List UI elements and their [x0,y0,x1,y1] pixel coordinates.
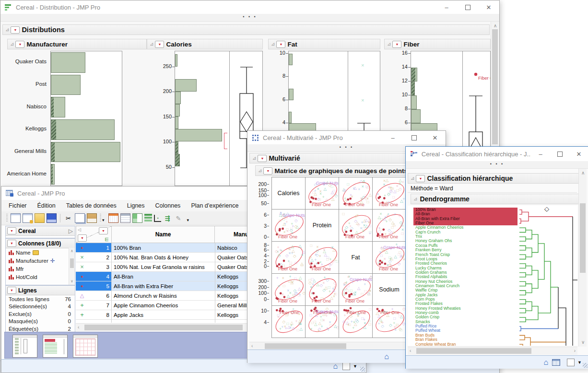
scrollbar-thumb[interactable] [265,343,346,349]
histogram-bar[interactable] [51,75,81,95]
distribution-thumbnail[interactable] [12,335,37,358]
disclosure-icon[interactable]: ⊿ [413,197,417,201]
rows-menu-icon[interactable]: ▼ [78,234,87,242]
paste-icon[interactable] [87,213,97,223]
row-number[interactable]: 7 [106,303,109,308]
close-button[interactable]: ✕ [478,0,499,14]
scatter-cell[interactable]: ×+△◇□×+△◇□×+△◇□×+△◇□×+△◇□×Fiber One [339,177,373,210]
scatter-cell[interactable]: ×+△◇□×+△◇□×+△◇□×+△◇□×+△◇□×Fiber OneGrape… [271,209,306,242]
dendrogram[interactable]: ◇ 100% BranAll-BranAll-Bran with Extra F… [408,206,577,346]
red-triangle-menu-icon[interactable]: ▼ [416,175,425,182]
column-list-item[interactable]: Manufacturer✛ [6,256,75,265]
histogram-bar[interactable] [289,89,294,100]
histogram-bar[interactable] [175,117,178,129]
calories-header[interactable]: ⊿ ▼ Calories [147,39,263,49]
cut-icon[interactable]: ✂ [64,214,73,222]
cell-name[interactable]: Apple Cinnamon Cheerios [112,301,215,310]
menu-item[interactable]: Lignes [127,202,145,209]
row-number[interactable]: 6 [106,293,109,299]
cell-name[interactable]: All-Bran [112,272,215,281]
cluster-outline-header[interactable]: ⊿ ▼ Classification hiérarchique [408,173,579,184]
fit-y-by-x-icon[interactable]: • [154,215,161,222]
red-triangle-menu-icon[interactable]: ▼ [276,41,285,48]
matrix-diagonal-label[interactable]: Protein [305,209,339,242]
disclosure-icon[interactable]: ⊿ [271,42,275,47]
row-number[interactable]: 4 [106,274,109,280]
cluster-hscrollbar[interactable]: ‹ › [408,347,577,355]
scatter-cell[interactable]: ×+△◇□×+△◇□×+△◇□×+△◇□×+△◇□×Fiber OneGrape… [305,177,339,210]
scatter-cell[interactable]: ×+△◇□×+△◇□×+△◇□×+△◇□×+△◇□×Fiber One [271,241,306,274]
manufacturer-header[interactable]: ⊿ ▼ Manufacturer [7,39,147,49]
row-number[interactable]: 1 [106,245,109,251]
scatter-cell[interactable]: ×+△◇□×+△◇□×+△◇□×+△◇□×+△◇□×Fiber One [372,305,406,338]
scatter-cell[interactable]: ×+△◇□×+△◇□×+△◇□×+△◇□×+△◇□×Fiber One [305,273,339,306]
close-button[interactable]: ✕ [424,131,446,144]
scatter-cell[interactable]: ×+△◇□×+△◇□×+△◇□×+△◇□×+△◇□×Fiber OneGrape… [372,241,406,274]
histogram-bar[interactable] [175,54,177,67]
rows-stat[interactable]: Exclue(s)0 [6,310,75,318]
sort-icon[interactable]: ⋿ [105,237,109,242]
distribution-titlebar[interactable]: Cereal - Distribution - JMP Pro – ✕ [0,0,499,14]
column-header-name[interactable]: Name [111,226,215,243]
menu-item[interactable]: Colonnes [155,202,181,209]
scrollbar-thumb[interactable] [492,29,498,144]
multivariate-titlebar[interactable]: Cereal - Multivarié - JMP Pro – ✕ [247,131,446,144]
red-triangle-menu-icon[interactable]: ▼ [7,240,16,247]
histogram-bar[interactable] [51,52,85,73]
red-triangle-menu-icon[interactable]: ▼ [155,41,164,48]
close-button[interactable]: ✕ [569,147,588,161]
distributions-outline-header[interactable]: ⊿ ▼ Distributions [2,24,490,35]
histogram-bar[interactable] [51,142,120,163]
scatter-cell[interactable]: ×+△◇□×+△◇□×+△◇□×+△◇□×+△◇□×Fiber OneGrape… [305,305,339,338]
menu-item[interactable]: Fichier [9,202,27,209]
histogram-bar[interactable] [51,119,115,140]
histogram-bar[interactable] [289,54,293,65]
scrollbar-thumb[interactable] [84,325,243,330]
red-triangle-menu-icon[interactable]: ▼ [15,41,24,48]
home-icon[interactable]: ⌂ [384,353,389,360]
histogram-bar[interactable] [411,109,421,123]
scatter-cell[interactable]: ×+△◇□×+△◇□×+△◇□×+△◇□×+△◇□×Fiber One [372,177,406,210]
maximize-button[interactable] [550,147,569,161]
cluster-titlebar[interactable]: Cereal - Classification hiérarchique - J… [406,147,588,161]
column-list-item[interactable]: Name [6,248,75,256]
disclosure-icon[interactable]: ⊿ [411,176,414,181]
disclosure-icon[interactable]: ⊿ [10,42,14,47]
red-triangle-menu-icon[interactable]: ▼ [263,167,272,175]
red-triangle-menu-icon[interactable]: ▼ [7,287,16,294]
matrix-diagonal-label[interactable]: Calories [271,177,306,210]
cell-name[interactable]: Almond Crunch w Raisins [112,291,215,301]
menu-item[interactable]: Tables de données [66,202,117,209]
column-list-item[interactable]: Mfr [6,265,75,273]
table-panel[interactable]: ▼Cereal▷ [5,226,75,238]
cell-name[interactable]: Apple Jacks [112,310,215,320]
summary-icon[interactable] [120,213,130,223]
row-number[interactable]: 9 [106,322,109,323]
disclosure-icon[interactable]: ⊿ [5,27,9,32]
cell-name[interactable]: 100% Nat. Low Fat Granola w raisins [112,262,215,272]
panel-expand-icon[interactable]: ▷ [69,228,73,234]
minimize-button[interactable]: – [436,0,457,14]
histogram-bar[interactable] [411,95,417,109]
import-data-icon[interactable] [23,213,33,223]
red-triangle-menu-icon[interactable]: ▼ [11,26,20,34]
home-icon[interactable]: ⌂ [333,363,338,370]
ribbon-collapse-strip[interactable]: • • • [0,14,499,22]
maximize-button[interactable] [457,0,478,14]
outlier-point[interactable] [474,73,477,76]
data-table-icon[interactable] [108,213,118,223]
ribbon-collapse-strip[interactable]: • • • [406,161,588,169]
manufacturer-histogram[interactable] [50,51,122,186]
disclosure-icon[interactable]: ⊿ [150,42,153,47]
histogram-bar[interactable] [175,104,180,117]
histogram-bar[interactable] [289,112,292,123]
scatter-cell[interactable]: ×+△◇□×+△◇□×+△◇□×+△◇□×+△◇□×Fiber One [372,209,406,242]
cell-name[interactable]: 100% Nat. Bran Oats & Honey [112,253,215,262]
table-view-icon[interactable] [552,359,560,366]
matrix-diagonal-label[interactable]: Fat [339,241,373,274]
disclosure-icon[interactable]: ⊿ [252,156,256,161]
menu-item[interactable]: Édition [37,202,56,209]
red-triangle-menu-icon[interactable]: ▼ [392,41,401,48]
row-state-marker[interactable]: + [79,302,85,309]
marker-dropdown-icon[interactable]: ▼ [353,364,357,369]
